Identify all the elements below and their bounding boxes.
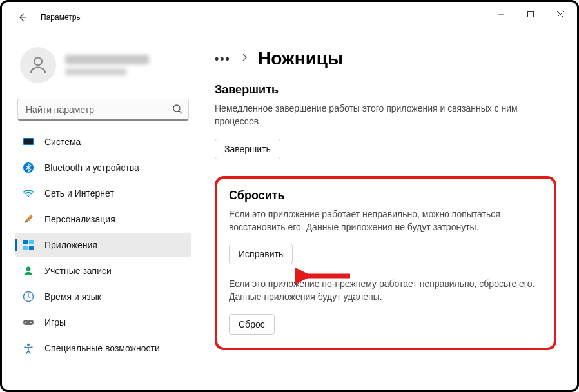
svg-rect-8 — [24, 139, 33, 144]
clock-globe-icon — [23, 291, 34, 302]
svg-point-20 — [27, 344, 30, 346]
sidebar-item-accessibility[interactable]: Специальные возможности — [15, 336, 191, 360]
reset-button[interactable]: Сброс — [229, 314, 275, 335]
person-badge-icon — [23, 265, 34, 277]
svg-point-15 — [26, 267, 31, 271]
repair-button[interactable]: Исправить — [229, 244, 293, 264]
sidebar-item-gaming[interactable]: Игры — [15, 310, 191, 335]
display-icon — [23, 136, 34, 148]
sidebar-item-label: Персонализация — [44, 214, 115, 224]
search-input[interactable] — [17, 99, 189, 121]
nav-list: Система Bluetooth и устройства Сеть и Ин… — [15, 130, 191, 360]
breadcrumb-overflow[interactable]: ••• — [215, 52, 231, 66]
svg-point-10 — [28, 196, 29, 197]
user-name — [65, 55, 149, 64]
bluetooth-icon — [23, 162, 34, 173]
sidebar-item-label: Время и язык — [44, 291, 101, 302]
wifi-icon — [23, 188, 34, 199]
sidebar-item-label: Учетные записи — [44, 266, 112, 276]
page-title: Ножницы — [258, 48, 343, 69]
sidebar-item-personalization[interactable]: Персонализация — [15, 207, 191, 231]
svg-rect-1 — [528, 12, 534, 17]
sidebar-item-label: Приложения — [44, 240, 97, 250]
svg-point-19 — [30, 322, 32, 323]
back-button[interactable] — [10, 5, 35, 30]
close-icon — [557, 11, 564, 17]
sidebar-item-system[interactable]: Система — [15, 130, 191, 154]
reset-description: Если это приложение по-прежнему работает… — [229, 277, 542, 304]
sidebar-item-label: Bluetooth и устройства — [44, 162, 139, 173]
search-icon — [172, 104, 182, 117]
sidebar-item-label: Игры — [44, 317, 66, 328]
user-email — [65, 68, 126, 75]
user-account-block[interactable] — [15, 33, 191, 99]
svg-point-18 — [25, 322, 26, 323]
sidebar: Система Bluetooth и устройства Сеть и Ин… — [2, 33, 202, 390]
svg-point-4 — [34, 57, 42, 65]
svg-rect-14 — [29, 246, 34, 250]
window-title: Параметры — [41, 13, 82, 22]
svg-rect-12 — [29, 240, 34, 244]
terminate-section: Завершить Немедленное завершение работы … — [215, 83, 556, 159]
sidebar-item-accounts[interactable]: Учетные записи — [15, 259, 191, 283]
svg-line-6 — [179, 111, 182, 113]
reset-heading: Сбросить — [229, 189, 542, 202]
sidebar-item-label: Сеть и Интернет — [44, 188, 114, 199]
terminate-button[interactable]: Завершить — [215, 139, 280, 159]
sidebar-item-time-language[interactable]: Время и язык — [15, 284, 191, 309]
sidebar-item-label: Специальные возможности — [44, 343, 160, 353]
svg-rect-11 — [23, 240, 28, 244]
terminate-heading: Завершить — [215, 83, 556, 97]
maximize-button[interactable] — [516, 4, 545, 24]
terminate-description: Немедленное завершение работы этого прил… — [215, 102, 550, 128]
repair-description: Если это приложение работает неправильно… — [229, 208, 542, 234]
arrow-left-icon — [17, 12, 28, 23]
minimize-icon — [498, 11, 504, 17]
apps-icon — [23, 239, 34, 251]
reset-section-highlight: Сбросить Если это приложение работает не… — [215, 176, 556, 350]
sidebar-item-apps[interactable]: Приложения — [15, 233, 191, 257]
sidebar-item-network[interactable]: Сеть и Интернет — [15, 181, 191, 206]
svg-rect-17 — [23, 320, 34, 325]
sidebar-item-label: Система — [44, 137, 81, 147]
chevron-right-icon — [241, 53, 248, 64]
close-button[interactable] — [545, 4, 575, 24]
avatar — [20, 47, 56, 83]
sidebar-item-bluetooth[interactable]: Bluetooth и устройства — [15, 155, 191, 180]
main-content: ••• Ножницы Завершить Немедленное заверш… — [202, 33, 577, 390]
gamepad-icon — [23, 317, 34, 328]
accessibility-icon — [23, 342, 34, 354]
breadcrumb: ••• Ножницы — [215, 48, 556, 69]
paintbrush-icon — [23, 213, 34, 225]
minimize-button[interactable] — [486, 4, 516, 24]
svg-rect-13 — [23, 246, 28, 250]
svg-point-5 — [173, 105, 180, 112]
person-icon — [27, 54, 49, 76]
maximize-icon — [527, 11, 534, 17]
